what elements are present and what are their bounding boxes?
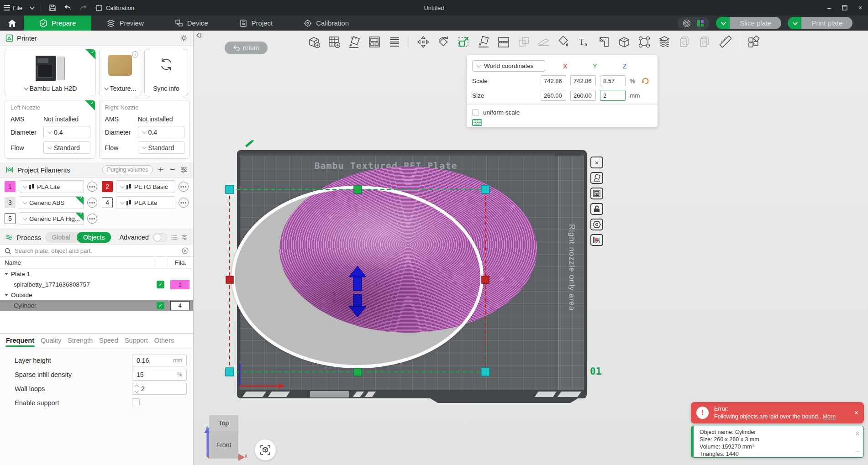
left-diameter-select[interactable]: 0.4 xyxy=(43,126,90,138)
seam-icon[interactable] xyxy=(637,35,652,49)
tab-prepare[interactable]: Prepare xyxy=(24,16,91,31)
advanced-toggle[interactable] xyxy=(153,233,167,242)
file-menu[interactable]: File xyxy=(0,0,26,16)
tab-project[interactable]: Project xyxy=(224,16,289,31)
process-global-segment[interactable]: Global xyxy=(45,232,76,243)
maximize-button[interactable] xyxy=(837,0,852,16)
filament-4-select[interactable]: PLA Lite xyxy=(116,196,175,209)
file-dropdown[interactable] xyxy=(26,0,37,16)
error-more-link[interactable]: More xyxy=(823,413,836,420)
auto-orient-icon[interactable]: AUTO xyxy=(347,35,362,49)
bed-type-card[interactable]: i Texture... xyxy=(99,49,141,96)
error-close-button[interactable]: × xyxy=(854,409,858,417)
plate-settings-button[interactable] xyxy=(590,219,603,230)
object-visible-checkbox[interactable]: ✓ xyxy=(157,281,164,288)
paste-icon[interactable]: P xyxy=(697,35,712,49)
layers-icon[interactable] xyxy=(387,35,402,49)
printer-settings-gear-icon[interactable] xyxy=(180,34,188,42)
spool-icon[interactable] xyxy=(682,19,691,28)
size-z-input[interactable] xyxy=(600,90,626,101)
keyboard-icon[interactable] xyxy=(472,119,482,126)
object-fila-badge[interactable]: 1 xyxy=(170,280,189,289)
filament-1-options-button[interactable]: ••• xyxy=(87,182,97,192)
filament-5-options-button[interactable]: ••• xyxy=(87,214,97,224)
plate-name-button[interactable] xyxy=(590,234,603,246)
viewport-3d[interactable]: AUTO Ta C P return xyxy=(194,31,868,465)
filament-2-select[interactable]: PETG Basic xyxy=(116,180,175,193)
tree-row-plate[interactable]: Plate 1 xyxy=(0,269,193,279)
cut-icon[interactable] xyxy=(537,35,551,49)
size-x-input[interactable] xyxy=(541,90,566,101)
tree-row-outside[interactable]: Outside xyxy=(0,290,193,300)
layer-height-value[interactable] xyxy=(132,357,164,364)
infill-input[interactable]: % xyxy=(132,369,187,381)
filament-5-select[interactable]: Generic PLA Hig... xyxy=(19,212,84,225)
param-tab-quality[interactable]: Quality xyxy=(37,334,64,347)
text-icon[interactable]: Ta xyxy=(577,35,591,49)
wall-loops-input[interactable] xyxy=(132,383,187,395)
lock-plate-button[interactable] xyxy=(590,203,603,215)
tab-preview[interactable]: Preview xyxy=(91,16,159,31)
tab-device[interactable]: Device xyxy=(159,16,224,31)
clear-search-icon[interactable] xyxy=(182,247,189,254)
mesh-boolean-icon[interactable] xyxy=(617,35,631,49)
close-button[interactable]: × xyxy=(852,0,868,16)
scale-x-input[interactable] xyxy=(541,75,566,86)
reset-icon[interactable] xyxy=(642,77,649,85)
printer-model-card[interactable]: Bambu Lab H2D xyxy=(5,49,96,96)
remove-filament-button[interactable]: − xyxy=(168,165,177,175)
redo-button[interactable] xyxy=(76,0,91,16)
cylinder-visible-checkbox[interactable]: ✓ xyxy=(157,302,164,309)
slice-plate-dropdown[interactable] xyxy=(716,17,730,29)
add-icon[interactable] xyxy=(307,35,321,49)
print-plate-dropdown[interactable] xyxy=(788,17,801,29)
infill-value[interactable] xyxy=(132,371,164,378)
save-button[interactable] xyxy=(45,0,60,16)
filament-1-select[interactable]: PLA Lite xyxy=(19,180,84,193)
param-tab-strength[interactable]: Strength xyxy=(64,334,96,347)
return-button[interactable]: return xyxy=(225,42,268,54)
filament-2-options-button[interactable]: ••• xyxy=(179,182,189,192)
home-button[interactable] xyxy=(0,16,24,31)
filament-4-options-button[interactable]: ••• xyxy=(179,198,189,208)
slice-plate-button[interactable]: Slice plate xyxy=(730,17,781,29)
copy-icon[interactable]: C xyxy=(677,35,692,49)
pencil-icon[interactable] xyxy=(245,139,255,147)
sync-info-button[interactable]: Sync info xyxy=(144,49,188,96)
filament-3-options-button[interactable]: ••• xyxy=(87,198,97,208)
param-tab-frequent[interactable]: Frequent xyxy=(3,334,37,347)
orient-plate-button[interactable] xyxy=(590,172,603,184)
left-flow-select[interactable]: Standard xyxy=(43,141,90,154)
wall-loops-value[interactable] xyxy=(138,385,164,392)
uniform-scale-checkbox[interactable] xyxy=(472,109,479,116)
lay-on-face-icon[interactable] xyxy=(476,35,491,49)
param-list-icon[interactable] xyxy=(171,234,178,240)
collapse-caret-icon[interactable] xyxy=(5,294,8,296)
purging-volumes-button[interactable]: Purging volumes xyxy=(102,165,153,174)
info-close-button[interactable]: × xyxy=(855,429,860,439)
sidebar-collapse-button[interactable] xyxy=(195,32,202,39)
minimize-button[interactable]: – xyxy=(821,0,837,16)
stepper-icon[interactable] xyxy=(132,385,138,392)
split-icon[interactable] xyxy=(496,35,511,49)
param-tab-others[interactable]: Others xyxy=(151,334,178,347)
gizmo-front-face[interactable]: Front xyxy=(209,431,238,459)
support-paint-icon[interactable] xyxy=(657,35,672,49)
undo-button[interactable] xyxy=(60,0,76,16)
move-icon[interactable] xyxy=(416,35,431,49)
document-tab[interactable]: Calibration xyxy=(91,0,138,16)
collapse-caret-icon[interactable] xyxy=(5,273,8,275)
process-objects-segment[interactable]: Objects xyxy=(77,232,111,243)
add-filament-button[interactable]: + xyxy=(157,165,165,175)
size-y-input[interactable] xyxy=(570,90,596,101)
gizmo-top-face[interactable]: Top xyxy=(209,415,238,431)
merge-icon[interactable] xyxy=(516,35,531,49)
tab-calibration[interactable]: Calibration xyxy=(288,16,364,31)
param-tab-support[interactable]: Support xyxy=(121,334,151,347)
delete-plate-button[interactable]: × xyxy=(590,157,603,168)
filament-settings-icon[interactable] xyxy=(180,166,188,173)
info-minimize-button[interactable]: − xyxy=(856,448,860,456)
tree-row-cylinder[interactable]: Cylinder ✓ 4 xyxy=(0,300,193,311)
enable-support-checkbox[interactable] xyxy=(132,398,140,406)
add-plate-icon[interactable] xyxy=(327,35,342,49)
